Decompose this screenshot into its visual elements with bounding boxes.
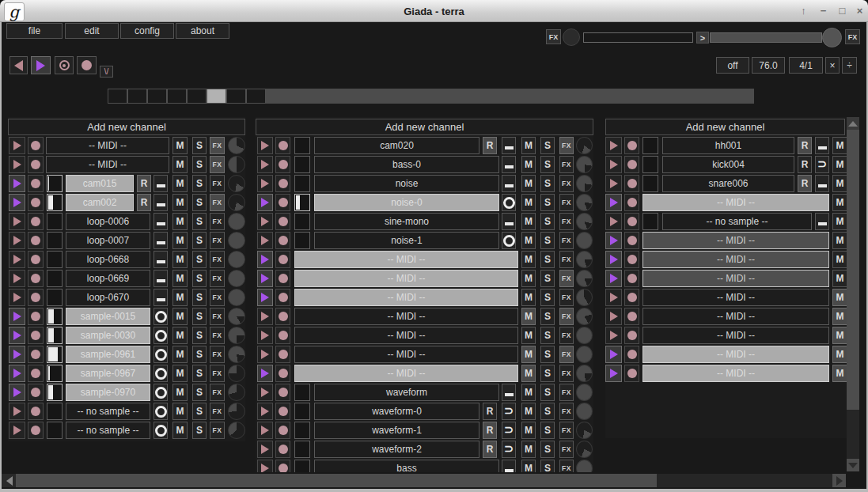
channel-arm-button[interactable] xyxy=(28,403,44,420)
channel-name-button[interactable]: -- MIDI -- xyxy=(46,156,169,173)
channel-mode-button[interactable] xyxy=(502,156,516,173)
channel-arm-button[interactable] xyxy=(275,137,290,154)
channel-arm-button[interactable] xyxy=(275,460,290,472)
channel-name-button[interactable]: -- MIDI -- xyxy=(642,194,829,211)
channel-arm-button[interactable] xyxy=(275,422,290,439)
channel-volume-knob[interactable] xyxy=(576,289,593,306)
channel-name-button[interactable]: noise-0 xyxy=(314,194,499,211)
channel-mute-button[interactable]: M xyxy=(521,460,536,472)
channel-volume-knob[interactable] xyxy=(576,232,593,249)
channel-play-button[interactable] xyxy=(605,365,622,382)
channel-fx-button[interactable]: FX xyxy=(559,460,574,472)
add-new-channel-button[interactable]: Add new channel xyxy=(256,119,593,135)
channel-fx-button[interactable]: FX xyxy=(559,403,574,420)
channel-name-button[interactable]: -- MIDI -- xyxy=(294,270,518,287)
channel-fx-button[interactable]: FX xyxy=(559,289,574,306)
channel-arm-button[interactable] xyxy=(28,232,44,249)
channel-name-button[interactable]: -- MIDI -- xyxy=(642,365,829,382)
channel-play-button[interactable] xyxy=(9,384,25,401)
channel-name-button[interactable]: loop-0669 xyxy=(66,270,150,287)
scroll-up-button[interactable] xyxy=(847,117,859,130)
channel-mode-button[interactable] xyxy=(502,137,516,154)
channel-arm-button[interactable] xyxy=(28,156,44,173)
channel-mute-button[interactable]: M xyxy=(172,327,188,344)
channel-arm-button[interactable] xyxy=(624,232,639,249)
channel-read-actions-button[interactable]: R xyxy=(483,137,497,154)
channel-play-button[interactable] xyxy=(9,232,25,249)
channel-name-button[interactable]: waveform-1 xyxy=(314,422,479,439)
close-icon[interactable]: × xyxy=(852,4,867,17)
channel-arm-button[interactable] xyxy=(28,346,44,363)
channel-solo-button[interactable]: S xyxy=(540,460,555,472)
channel-mute-button[interactable]: M xyxy=(172,175,188,192)
channel-volume-knob[interactable] xyxy=(576,308,593,325)
channel-arm-button[interactable] xyxy=(275,441,290,458)
channel-mute-button[interactable]: M xyxy=(832,346,847,363)
channel-name-button[interactable]: -- MIDI -- xyxy=(294,308,518,325)
channel-mute-button[interactable]: M xyxy=(521,403,536,420)
channel-mode-button[interactable] xyxy=(154,346,168,363)
scroll-left-button[interactable] xyxy=(2,474,16,487)
channel-mode-button[interactable] xyxy=(154,213,168,230)
beat-cell[interactable] xyxy=(127,89,147,104)
channel-read-actions-button[interactable]: R xyxy=(798,137,812,154)
channel-play-button[interactable] xyxy=(257,403,273,420)
scroll-right-button[interactable] xyxy=(832,474,846,487)
channel-name-button[interactable]: loop-0668 xyxy=(66,251,150,268)
channel-mode-button[interactable]: ⊃ xyxy=(815,156,829,173)
beat-cell[interactable] xyxy=(167,89,187,104)
channel-mute-button[interactable]: M xyxy=(521,327,536,344)
play-button[interactable] xyxy=(31,56,51,74)
channel-name-button[interactable]: -- MIDI -- xyxy=(294,251,518,268)
channel-fx-button[interactable]: FX xyxy=(210,327,225,344)
channel-name-button[interactable]: cam002 xyxy=(66,194,134,211)
channel-arm-button[interactable] xyxy=(28,213,44,230)
channel-arm-button[interactable] xyxy=(275,365,290,382)
channel-play-button[interactable] xyxy=(9,403,25,420)
channel-volume-knob[interactable] xyxy=(228,270,245,287)
channel-name-button[interactable]: -- MIDI -- xyxy=(46,137,169,154)
channel-volume-knob[interactable] xyxy=(228,365,245,382)
channel-mode-button[interactable] xyxy=(154,175,168,192)
channel-fx-button[interactable]: FX xyxy=(559,308,574,325)
channel-solo-button[interactable]: S xyxy=(192,137,207,154)
channel-fx-button[interactable]: FX xyxy=(210,384,225,401)
channel-name-button[interactable]: sample-0970 xyxy=(66,384,150,401)
channel-solo-button[interactable]: S xyxy=(192,327,207,344)
channel-play-button[interactable] xyxy=(9,156,25,173)
channel-mute-button[interactable]: M xyxy=(172,346,188,363)
channel-volume-knob[interactable] xyxy=(576,156,593,173)
channel-mute-button[interactable]: M xyxy=(172,365,188,382)
channel-volume-knob[interactable] xyxy=(228,422,245,439)
channel-name-button[interactable]: -- MIDI -- xyxy=(642,308,829,325)
channel-mute-button[interactable]: M xyxy=(172,308,188,325)
channel-volume-knob[interactable] xyxy=(576,422,593,439)
channel-solo-button[interactable]: S xyxy=(192,384,207,401)
channel-name-button[interactable]: sample-0015 xyxy=(66,308,150,325)
add-new-channel-button[interactable]: Add new channel xyxy=(605,119,845,135)
channel-fx-button[interactable]: FX xyxy=(210,175,225,192)
channel-mode-button[interactable]: ⊃ xyxy=(502,403,516,420)
menu-config[interactable]: config xyxy=(120,23,174,39)
channel-mute-button[interactable]: M xyxy=(521,365,536,382)
channel-solo-button[interactable]: S xyxy=(540,384,555,401)
channel-arm-button[interactable] xyxy=(275,327,290,344)
channel-arm-button[interactable] xyxy=(624,156,639,173)
bpm-button[interactable]: 76.0 xyxy=(752,57,785,74)
channel-play-button[interactable] xyxy=(257,384,273,401)
beats-button[interactable]: 4/1 xyxy=(789,57,823,74)
channel-fx-button[interactable]: FX xyxy=(559,137,574,154)
channel-arm-button[interactable] xyxy=(275,175,290,192)
channel-fx-button[interactable]: FX xyxy=(210,232,225,249)
channel-solo-button[interactable]: S xyxy=(192,403,207,420)
channel-play-button[interactable] xyxy=(9,213,25,230)
channel-mute-button[interactable]: M xyxy=(521,137,536,154)
horizontal-scroll-thumb[interactable] xyxy=(16,474,657,487)
channel-fx-button[interactable]: FX xyxy=(559,327,574,344)
channel-mute-button[interactable]: M xyxy=(172,232,188,249)
channel-fx-button[interactable]: FX xyxy=(559,441,574,458)
channel-mute-button[interactable]: M xyxy=(832,251,847,268)
channel-mode-button[interactable] xyxy=(502,460,516,472)
channel-mute-button[interactable]: M xyxy=(832,270,847,287)
channel-arm-button[interactable] xyxy=(624,365,639,382)
